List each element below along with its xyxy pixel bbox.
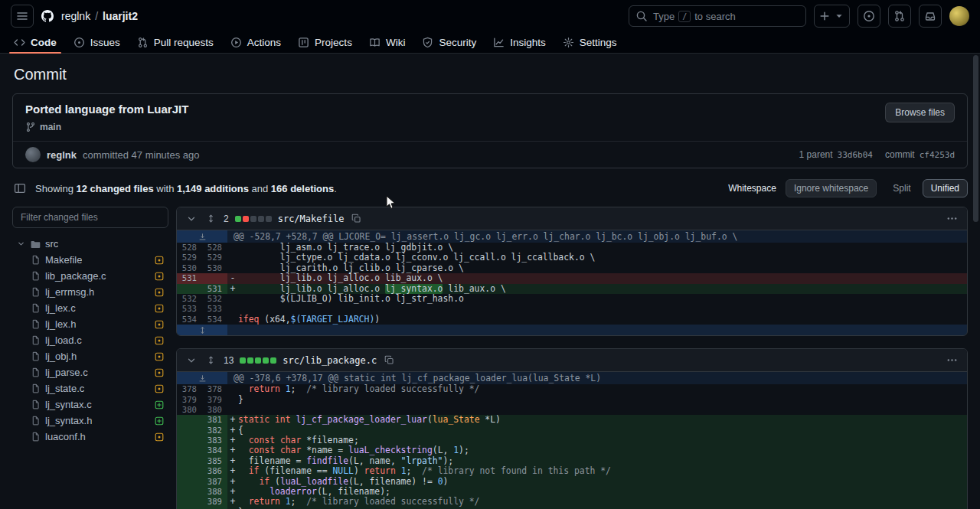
diff-line-378[interactable]: 378378 return 1; /* library loaded succe… (177, 384, 967, 394)
file-options-button[interactable] (945, 353, 959, 367)
file-tree-item-lj_load.c[interactable]: lj_load.c (12, 332, 168, 348)
file-tree-item-lj_lex.c[interactable]: lj_lex.c (12, 300, 168, 316)
hamburger-menu-button[interactable] (11, 5, 34, 28)
file-tree-item-lj_lex.h[interactable]: lj_lex.h (12, 316, 168, 332)
diff-line-529[interactable]: 529529 lj_ctype.o lj_cdata.o lj_cconv.o … (177, 253, 967, 263)
copy-path-button[interactable] (383, 354, 396, 367)
search-placeholder: Type/to search (653, 11, 736, 22)
file-tree-item-luaconf.h[interactable]: luaconf.h (12, 429, 168, 445)
diff-line-385[interactable]: 385+ filename = findfile(L, name, "lrpat… (177, 456, 967, 466)
line-marker: + (227, 426, 238, 436)
tab-security[interactable]: Security (416, 32, 482, 53)
diff-file-name[interactable]: src/lib_package.c (283, 355, 377, 366)
diff-line-384[interactable]: 384+ const char *name = luaL_checkstring… (177, 445, 967, 455)
diff-line-386[interactable]: 386+ if (filename == NULL) return 1; /* … (177, 466, 967, 476)
tab-pull-requests[interactable]: Pull requests (131, 32, 220, 53)
tab-wiki[interactable]: Wiki (363, 32, 412, 53)
author-avatar[interactable] (25, 147, 41, 162)
security-icon (422, 37, 433, 48)
diffstat-squares (235, 216, 272, 222)
file-tree-item-lib_package.c[interactable]: lib_package.c (12, 268, 168, 284)
diff-line-380[interactable]: 380380 (177, 405, 967, 415)
expand-hunk-button[interactable] (177, 372, 227, 384)
file-tree-folder-src[interactable]: src (12, 236, 168, 252)
file-tree-item-lj_state.c[interactable]: lj_state.c (12, 380, 168, 396)
line-code: $(LJLIB_O) lib_init.o lj_str_hash.o (238, 294, 967, 304)
file-name: Makefile (45, 254, 82, 266)
file-tree-icon (14, 182, 26, 194)
breadcrumb-repo[interactable]: luarjit2 (103, 10, 138, 22)
diff-file-src/lib_package.c: 13src/lib_package.c@@ -378,6 +378,17 @@ … (176, 348, 968, 509)
diff-line-389[interactable]: 389+ return 1; /* library loaded success… (177, 497, 967, 507)
diff-line-383[interactable]: 383+ const char *filename; (177, 436, 967, 445)
file-tree-item-lj_errmsg.h[interactable]: lj_errmsg.h (12, 284, 168, 300)
pull-requests-global-button[interactable] (888, 5, 911, 28)
user-avatar[interactable] (949, 6, 969, 26)
diff-line-388[interactable]: 388+ loaderror(L, filename); (177, 487, 967, 497)
tab-projects[interactable]: Projects (292, 32, 358, 53)
diff-line-533[interactable]: 533533 (177, 304, 967, 314)
browse-files-button[interactable]: Browse files (885, 103, 955, 122)
diff-line-528[interactable]: 528528 lj_asm.o lj_trace.o lj_gdbjit.o \ (177, 243, 967, 253)
inbox-button[interactable] (919, 5, 942, 28)
diff-line-534[interactable]: 534534ifeq (x64,$(TARGET_LJARCH)) (177, 315, 967, 325)
commit-author[interactable]: reglnk (47, 149, 77, 161)
collapse-file-button[interactable] (185, 212, 198, 226)
file-tree-item-lj_syntax.c[interactable]: lj_syntax.c (12, 396, 168, 413)
expand-down-icon (198, 233, 207, 241)
ignore-whitespace-button[interactable]: Ignore whitespace (786, 179, 877, 197)
tab-actions[interactable]: Actions (224, 32, 287, 53)
new-line-number: 382 (202, 426, 227, 436)
diff-line-532[interactable]: 532532 $(LJLIB_O) lib_init.o lj_str_hash… (177, 294, 967, 304)
github-logo-icon[interactable] (41, 10, 54, 22)
unified-view-button[interactable]: Unified (923, 179, 968, 197)
file-tree: src Makefilelib_package.clj_errmsg.hlj_l… (12, 236, 168, 445)
pull-request-icon (893, 10, 906, 22)
diff-modified-icon (155, 336, 164, 345)
diff-line-381[interactable]: 381+static int lj_cf_package_loader_luar… (177, 415, 967, 425)
parent-sha[interactable]: 33d6b04 (838, 150, 873, 160)
diff-line-531[interactable]: 531- lj_lib.o lj_alloc.o lib_aux.o \ (177, 273, 967, 283)
copy-path-button[interactable] (350, 212, 363, 225)
expand-diff-button[interactable] (177, 325, 967, 335)
diff-line-379[interactable]: 379379} (177, 395, 967, 405)
new-line-number: 381 (202, 415, 227, 425)
expand-all-button[interactable] (204, 354, 217, 367)
scrollbar-thumb[interactable] (973, 55, 978, 222)
diff-line-382[interactable]: 382+{ (177, 426, 967, 436)
tab-insights[interactable]: Insights (487, 32, 552, 53)
file-name: lj_state.c (45, 383, 84, 394)
tab-code[interactable]: Code (8, 32, 63, 53)
search-input[interactable]: Type/to search (629, 5, 806, 27)
create-new-button[interactable] (814, 5, 850, 28)
filter-files-input[interactable] (12, 207, 168, 228)
file-tree-item-lj_syntax.h[interactable]: lj_syntax.h (12, 413, 168, 429)
branch-name[interactable]: main (40, 122, 61, 132)
hunk-header: @@ -528,7 +528,7 @@ LJCORE_O= lj_assert.… (177, 230, 967, 243)
file-options-button[interactable] (945, 211, 959, 226)
file-tree-item-lj_obj.h[interactable]: lj_obj.h (12, 348, 168, 364)
line-code: if (luaL_loadfile(L, filename) != 0) (238, 477, 967, 487)
folder-icon (30, 239, 41, 250)
tab-label: Actions (247, 37, 281, 48)
diff-line-531[interactable]: 531+ lj_lib.o lj_alloc.o lj_syntax.o lib… (177, 284, 967, 294)
file-tree-item-lj_parse.c[interactable]: lj_parse.c (12, 364, 168, 380)
file-icon (31, 255, 41, 265)
diff-file-name[interactable]: src/Makefile (278, 214, 345, 224)
file-icon (31, 335, 41, 345)
collapse-file-button[interactable] (185, 354, 198, 367)
expand-hunk-button[interactable] (177, 230, 227, 243)
file-tree-item-Makefile[interactable]: Makefile (12, 252, 168, 268)
whitespace-button[interactable]: Whitespace (722, 180, 782, 197)
old-line-number (177, 466, 202, 476)
file-tree-toggle-button[interactable] (12, 181, 28, 196)
issues-global-button[interactable] (858, 5, 880, 28)
breadcrumb-owner[interactable]: reglnk (61, 10, 90, 22)
diff-line-530[interactable]: 530530 lj_carith.o lj_clib.o lj_cparse.o… (177, 263, 967, 273)
diff-line-387[interactable]: 387+ if (luaL_loadfile(L, filename) != 0… (177, 477, 967, 487)
tab-issues[interactable]: Issues (67, 32, 126, 53)
expand-all-button[interactable] (204, 212, 217, 225)
tab-settings[interactable]: Settings (557, 32, 623, 53)
new-line-number: 531 (202, 284, 227, 294)
split-view-button[interactable]: Split (884, 179, 919, 197)
